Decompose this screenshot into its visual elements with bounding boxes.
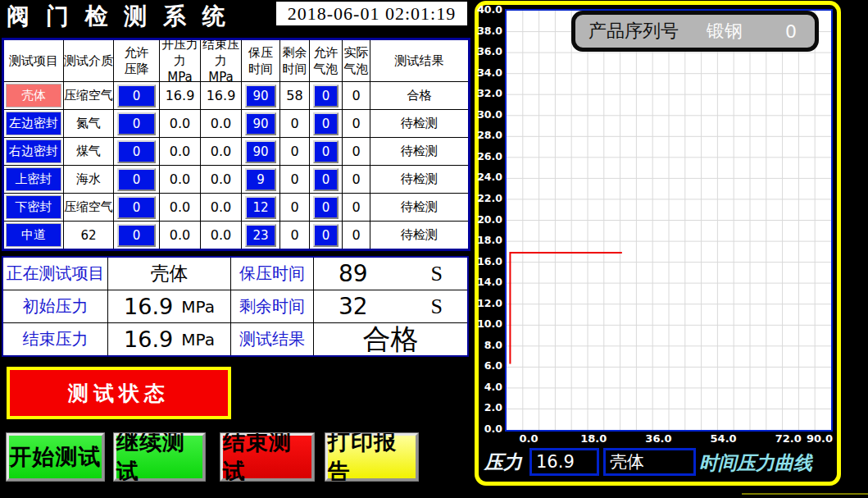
y-tick-label: 24.0: [474, 171, 502, 183]
table-row-5-actual_bubbles: 0: [343, 222, 370, 249]
table-row-5-end_pressure: 0.0: [201, 222, 242, 249]
table-row-4-item: 下密封: [4, 194, 64, 222]
allow-drop-input[interactable]: 0: [117, 168, 156, 191]
remain-time-label: 剩余时间: [231, 290, 314, 323]
y-tick-label: 16.0: [474, 255, 502, 267]
table-row-0-item: 壳体: [4, 82, 64, 110]
x-tick-label: 90.0: [807, 432, 833, 445]
row-item-button[interactable]: 左边密封: [6, 112, 61, 135]
table-row-1-item: 左边密封: [4, 110, 64, 138]
y-tick-label: 22.0: [474, 192, 502, 204]
allow-drop-input[interactable]: 0: [117, 85, 156, 107]
table-row-2-allow_bubbles: 0: [310, 138, 343, 166]
allow-bubbles-input[interactable]: 0: [313, 85, 339, 107]
y-tick-label: 6.0: [474, 359, 502, 372]
table-row-4-actual_bubbles: 0: [343, 194, 370, 222]
table-row-5-hold_time: 23: [242, 222, 280, 249]
allow-drop-input[interactable]: 0: [117, 112, 156, 135]
table-row-3-item: 上密封: [4, 166, 64, 194]
current-item-field[interactable]: 壳体: [603, 448, 696, 476]
print-report-button[interactable]: 打印报告: [325, 433, 418, 481]
col-header-test-result: 测试结果: [370, 40, 468, 82]
test-result-value: 合格: [314, 323, 467, 355]
end-pressure-unit: MPa: [181, 330, 215, 350]
x-tick-label: 36.0: [645, 432, 671, 445]
end-pressure-number: 16.9: [124, 327, 173, 352]
y-tick-label: 36.0: [474, 45, 502, 57]
table-row-2-start_pressure: 0.0: [160, 138, 201, 166]
table-row-0-allow_drop: 0: [114, 82, 160, 110]
table-row-0-end_pressure: 16.9: [201, 82, 242, 110]
row-item-button[interactable]: 下密封: [6, 195, 61, 219]
stop-test-button[interactable]: 结束测试: [220, 433, 314, 481]
col-header-allowed-drop: 允许 压降: [114, 40, 160, 82]
table-row-0-remain_time: 58: [280, 82, 310, 110]
table-row-3-hold_time: 9: [242, 166, 280, 194]
remain-time-number: 32: [339, 293, 368, 320]
hold-time-input[interactable]: 9: [245, 168, 276, 191]
allow-bubbles-input[interactable]: 0: [313, 224, 339, 247]
allow-drop-input[interactable]: 0: [117, 224, 156, 247]
y-tick-label: 8.0: [474, 339, 502, 351]
current-test-status-panel: 正在测试项目 壳体 保压时间 89 S 初始压力 16.9 MPa 剩余时间 3…: [2, 256, 469, 357]
table-row-0-hold_time: 90: [242, 82, 280, 110]
table-row-5-remain_time: 0: [280, 222, 310, 249]
row-item-button[interactable]: 中道: [6, 223, 61, 247]
hold-time-value: 89 S: [314, 258, 467, 290]
pressure-value-field[interactable]: 16.9: [529, 448, 599, 476]
hold-time-input[interactable]: 90: [245, 140, 276, 163]
allow-drop-input[interactable]: 0: [117, 196, 156, 219]
table-row-5-medium: 62: [64, 222, 114, 249]
hold-time-unit: S: [431, 262, 443, 286]
allow-bubbles-input[interactable]: 0: [313, 196, 339, 219]
hold-time-input[interactable]: 12: [245, 196, 276, 219]
continue-test-button[interactable]: 继续测试: [114, 433, 205, 481]
datetime-display: 2018-06-01 02:01:19: [276, 2, 467, 25]
allow-bubbles-input[interactable]: 0: [313, 140, 339, 163]
hold-time-input[interactable]: 23: [245, 224, 276, 247]
current-item-value: 壳体: [108, 258, 231, 290]
y-tick-label: 14.0: [474, 276, 502, 288]
table-row-4-remain_time: 0: [280, 194, 310, 222]
test-result-label: 测试结果: [231, 323, 314, 355]
hold-time-input[interactable]: 90: [245, 85, 276, 107]
table-row-1-allow_bubbles: 0: [310, 110, 343, 138]
table-row-4-result: 待检测: [370, 194, 468, 222]
app-title: 阀 门 检 测 系 统: [7, 2, 274, 31]
table-row-3-medium: 海水: [64, 166, 114, 194]
test-status-indicator: 测试状态: [7, 367, 231, 419]
table-row-2-remain_time: 0: [280, 138, 310, 166]
serial-material: 锻钢: [707, 19, 743, 43]
col-header-start-pressure: 开压力 力 MPa: [160, 40, 201, 82]
y-tick-label: 18.0: [474, 234, 502, 246]
row-item-button[interactable]: 壳体: [6, 84, 61, 107]
table-row-1-end_pressure: 0.0: [201, 110, 242, 138]
initial-pressure-unit: MPa: [181, 297, 215, 317]
table-row-0-actual_bubbles: 0: [343, 82, 370, 110]
table-row-3-remain_time: 0: [280, 166, 310, 194]
table-row-5-result: 待检测: [370, 222, 468, 249]
allow-bubbles-input[interactable]: 0: [313, 168, 339, 191]
row-item-button[interactable]: 右边密封: [6, 139, 61, 163]
time-pressure-plot: [505, 9, 833, 432]
remain-time-value: 32 S: [314, 290, 467, 323]
table-row-4-start_pressure: 0.0: [160, 194, 201, 222]
hold-time-input[interactable]: 90: [245, 112, 276, 135]
table-row-1-result: 待检测: [370, 110, 468, 138]
col-header-test-medium: 测试介质: [64, 40, 114, 82]
test-parameter-table: 测试项目 测试介质 允许 压降 开压力 力 MPa 结束压 力 MPa 保压 时…: [2, 38, 470, 251]
allow-bubbles-input[interactable]: 0: [313, 112, 339, 135]
table-row-5-allow_drop: 0: [114, 222, 160, 249]
table-row-4-medium: 压缩空气: [64, 194, 114, 222]
row-item-button[interactable]: 上密封: [6, 167, 61, 191]
table-row-1-medium: 氮气: [64, 110, 114, 138]
y-tick-label: 28.0: [474, 129, 502, 141]
product-serial-box[interactable]: 产品序列号 锻钢 0: [571, 11, 819, 52]
start-test-button[interactable]: 开始测试: [7, 433, 104, 481]
y-tick-label: 30.0: [474, 108, 502, 121]
table-row-3-allow_drop: 0: [114, 166, 160, 194]
table-row-3-start_pressure: 0.0: [160, 166, 201, 194]
table-row-4-allow_bubbles: 0: [310, 194, 343, 222]
allow-drop-input[interactable]: 0: [117, 140, 156, 163]
y-tick-label: 2.0: [474, 401, 502, 413]
